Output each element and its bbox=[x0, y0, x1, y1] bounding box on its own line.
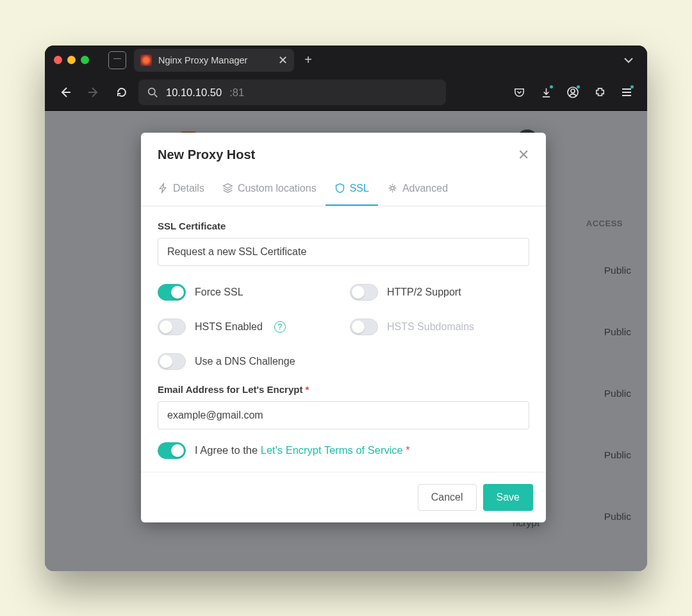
hsts-subdomains-toggle bbox=[350, 319, 378, 335]
reload-button[interactable] bbox=[110, 81, 133, 104]
hsts-toggle[interactable] bbox=[158, 319, 186, 335]
pocket-icon[interactable] bbox=[507, 81, 531, 104]
url-bar[interactable]: 10.10.10.50:81 bbox=[138, 79, 446, 105]
hsts-subdomains-row: HSTS Subdomains bbox=[350, 319, 529, 335]
svg-point-0 bbox=[149, 88, 155, 94]
lightning-icon bbox=[158, 183, 169, 194]
dns-challenge-row: Use a DNS Challenge bbox=[158, 353, 529, 370]
close-tab-icon[interactable]: ✕ bbox=[278, 53, 288, 67]
tab-advanced[interactable]: Advanced bbox=[378, 174, 457, 206]
tab-title: Nginx Proxy Manager bbox=[158, 55, 247, 65]
dns-challenge-toggle[interactable] bbox=[158, 353, 186, 370]
tos-link[interactable]: Let's Encrypt Terms of Service bbox=[261, 444, 403, 456]
url-host: 10.10.10.50 bbox=[166, 87, 222, 99]
tab-custom-locations[interactable]: Custom locations bbox=[213, 174, 325, 206]
close-icon[interactable]: ✕ bbox=[518, 147, 529, 163]
maximize-window-button[interactable] bbox=[81, 56, 89, 64]
ssl-certificate-select[interactable]: Request a new SSL Certificate bbox=[158, 238, 529, 266]
favicon-icon bbox=[140, 54, 152, 66]
url-port: :81 bbox=[229, 87, 244, 99]
new-tab-button[interactable]: + bbox=[298, 50, 318, 71]
force-ssl-toggle[interactable] bbox=[158, 284, 186, 301]
minimize-window-button[interactable] bbox=[67, 56, 76, 64]
downloads-icon[interactable] bbox=[534, 81, 557, 104]
forward-button[interactable] bbox=[82, 81, 105, 104]
browser-tab[interactable]: Nginx Proxy Manager ✕ bbox=[134, 49, 294, 72]
email-field[interactable] bbox=[158, 401, 529, 429]
hsts-row: HSTS Enabled ? bbox=[158, 319, 337, 335]
back-button[interactable] bbox=[54, 81, 77, 104]
agree-toggle[interactable] bbox=[158, 442, 186, 459]
tabs-overflow-button[interactable] bbox=[619, 55, 638, 65]
agree-row: I Agree to the Let's Encrypt Terms of Se… bbox=[158, 442, 529, 459]
gear-icon bbox=[387, 183, 398, 194]
content-area: Nginx Proxy M… L ACCESS t'sncryptPublic … bbox=[45, 111, 647, 571]
email-label: Email Address for Let's Encrypt * bbox=[158, 384, 529, 395]
toolbar-right bbox=[507, 81, 638, 104]
account-icon[interactable] bbox=[561, 81, 584, 104]
app-menu-icon[interactable] bbox=[615, 81, 638, 104]
http2-toggle[interactable] bbox=[350, 284, 378, 301]
shield-icon bbox=[334, 183, 345, 194]
help-icon[interactable]: ? bbox=[274, 321, 286, 333]
save-button[interactable]: Save bbox=[483, 484, 533, 511]
svg-point-2 bbox=[571, 89, 575, 93]
tab-ssl[interactable]: SSL bbox=[325, 174, 378, 206]
ssl-certificate-label: SSL Certificate bbox=[158, 221, 529, 231]
tab-details[interactable]: Details bbox=[149, 174, 213, 206]
http2-row: HTTP/2 Support bbox=[350, 284, 529, 301]
search-icon bbox=[147, 87, 158, 98]
titlebar: Nginx Proxy Manager ✕ + bbox=[45, 46, 647, 75]
cancel-button[interactable]: Cancel bbox=[418, 484, 477, 511]
toolbar: 10.10.10.50:81 bbox=[45, 75, 647, 111]
window-controls bbox=[54, 56, 89, 64]
modal-tabs: Details Custom locations SSL Advanced bbox=[141, 174, 546, 206]
new-proxy-host-modal: New Proxy Host ✕ Details Custom location… bbox=[141, 133, 546, 522]
extensions-icon[interactable] bbox=[588, 81, 611, 104]
svg-point-3 bbox=[391, 187, 394, 190]
tabstrip: Nginx Proxy Manager ✕ + bbox=[134, 49, 638, 72]
close-window-button[interactable] bbox=[54, 56, 62, 64]
force-ssl-row: Force SSL bbox=[158, 284, 337, 301]
layers-icon bbox=[222, 183, 233, 194]
browser-window: Nginx Proxy Manager ✕ + 10.10.10.50:81 bbox=[45, 46, 647, 571]
sidebar-toggle-icon[interactable] bbox=[108, 51, 126, 69]
modal-title: New Proxy Host bbox=[158, 147, 255, 162]
